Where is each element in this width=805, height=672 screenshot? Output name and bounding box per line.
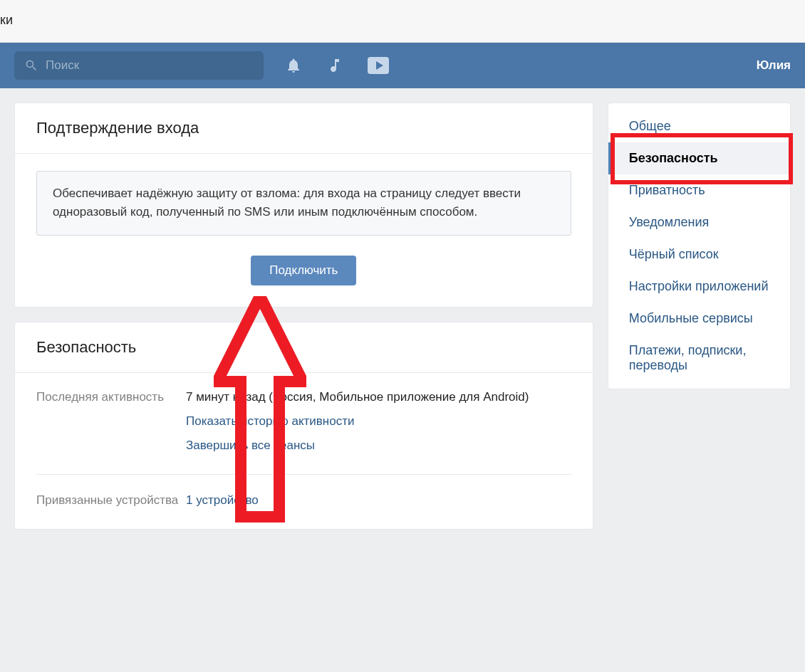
music-icon[interactable] [326,57,343,74]
show-activity-history-link[interactable]: Показать историю активности [186,414,571,429]
separator [36,474,571,475]
sidebar-item-payments[interactable]: Платежи, подписки, переводы [608,335,790,382]
enable-button[interactable]: Подключить [251,256,356,285]
search-input[interactable] [46,58,254,73]
sidebar-item-security[interactable]: Безопасность [608,142,790,174]
sidebar-item-blacklist[interactable]: Чёрный список [608,238,790,271]
main-column: Подтверждение входа Обеспечивает надёжну… [14,103,593,544]
devices-label: Привязанные устройства [36,493,186,508]
login-confirmation-title: Подтверждение входа [15,103,593,154]
security-card-title: Безопасность [15,322,593,373]
last-activity-value: 7 минут назад (Россия, Мобильное приложе… [186,390,571,453]
header-icons [285,57,389,74]
search-icon [24,58,38,73]
search-box[interactable] [14,51,264,80]
sidebar-item-mobile-services[interactable]: Мобильные сервисы [608,303,790,335]
browser-top-strip: ки [0,0,805,43]
main-header: Юлия [0,43,805,88]
devices-link[interactable]: 1 устройство [186,493,571,508]
settings-sidebar: Общее Безопасность Приватность Уведомлен… [608,103,791,389]
video-icon[interactable] [368,57,389,74]
last-activity-label: Последняя активность [36,390,186,453]
security-card: Безопасность Последняя активность 7 мину… [14,322,593,530]
sidebar-item-notifications[interactable]: Уведомления [608,206,790,238]
end-all-sessions-link[interactable]: Завершить все сеансы [186,439,571,453]
login-confirmation-info: Обеспечивает надёжную защиту от взлома: … [36,171,571,236]
sidebar-item-general[interactable]: Общее [608,110,790,142]
sidebar-item-app-settings[interactable]: Настройки приложений [608,271,790,303]
top-fragment-text: ки [0,13,13,27]
sidebar-item-privacy[interactable]: Приватность [608,174,790,206]
bell-icon[interactable] [285,57,302,74]
content-wrap: Подтверждение входа Обеспечивает надёжну… [0,88,805,558]
user-name[interactable]: Юлия [757,58,791,73]
login-confirmation-card: Подтверждение входа Обеспечивает надёжну… [14,103,593,308]
